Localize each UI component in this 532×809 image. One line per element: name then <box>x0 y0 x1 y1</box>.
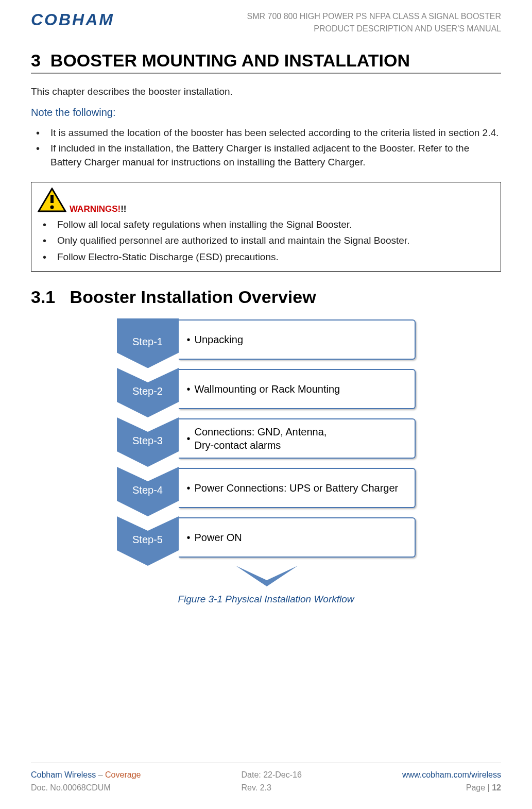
chevron-step-4: Step-4 <box>117 467 179 510</box>
workflow-step-4: Step-4 •Power Connections: UPS or Batter… <box>117 467 416 510</box>
footer-rev: 2.3 <box>260 783 271 792</box>
workflow-diagram: Step-1 •Unpacking Step-2 •Wallmounting o… <box>117 318 416 588</box>
doc-title-block: SMR 700 800 HIGH POWER PS NFPA CLASS A S… <box>247 10 502 35</box>
svg-marker-8 <box>236 566 298 586</box>
step-text-box: •Connections: GND, Antenna, Dry-contact … <box>179 418 416 459</box>
step-text-box: •Unpacking <box>179 319 416 360</box>
step-label: Step-5 <box>117 534 179 546</box>
step-label: Step-3 <box>117 435 179 447</box>
footer-date: 22-Dec-16 <box>263 770 302 779</box>
note-item: It is assumed the location of the booste… <box>33 126 501 140</box>
chevron-step-1: Step-1 <box>117 318 179 362</box>
footer-doc-no: 00068CDUM <box>63 783 110 792</box>
warning-item: Follow Electro-Static Discharge (ESD) pr… <box>40 250 494 264</box>
step-text: Power Connections: UPS or Battery Charge… <box>195 481 399 495</box>
footer-company: Cobham Wireless <box>31 770 96 779</box>
warning-item: Only qualified personnel are authorized … <box>40 233 494 248</box>
doc-title-line1: SMR 700 800 HIGH POWER PS NFPA CLASS A S… <box>247 10 502 23</box>
step-label: Step-2 <box>117 385 179 397</box>
step-text: Wallmounting or Rack Mounting <box>195 382 340 396</box>
step-text: Unpacking <box>195 333 244 346</box>
workflow-step-3: Step-3 •Connections: GND, Antenna, Dry-c… <box>117 417 416 461</box>
svg-point-2 <box>50 205 54 209</box>
section-number: 3 <box>31 50 41 70</box>
step-text-box: •Wallmounting or Rack Mounting <box>179 369 416 409</box>
footer-rule <box>31 763 501 763</box>
subsection-title: Booster Installation Overview <box>70 287 316 307</box>
chevron-step-2: Step-2 <box>117 368 179 411</box>
section-intro: This chapter describes the booster insta… <box>31 86 501 97</box>
footer-page-label: Page | <box>466 783 492 792</box>
footer-rev-label: Rev. <box>241 783 260 792</box>
figure-caption: Figure 3-1 Physical Installation Workflo… <box>31 594 501 605</box>
chevron-tail <box>236 566 298 588</box>
warning-label: WARNINGS! <box>70 204 121 214</box>
subsection-number: 3.1 <box>31 287 55 307</box>
section-underline <box>31 73 501 74</box>
section-title: BOOSTER MOUNTING AND INSTALLATION <box>50 50 410 70</box>
warning-exclaims: !! <box>121 204 126 214</box>
step-label: Step-1 <box>117 336 179 348</box>
footer-url: www.cobham.com/wireless <box>402 770 501 779</box>
note-item: If included in the installation, the Bat… <box>33 141 501 170</box>
warning-box: WARNINGS!!! Follow all local safety regu… <box>31 182 501 272</box>
step-label: Step-4 <box>117 484 179 496</box>
footer-dash: – <box>96 770 105 779</box>
subsection-heading: 3.1 Booster Installation Overview <box>31 287 501 307</box>
chevron-step-5: Step-5 <box>117 516 179 560</box>
footer-doc-label: Doc. No. <box>31 783 63 792</box>
doc-title-line2: PRODUCT DESCRIPTION AND USER'S MANUAL <box>247 23 502 35</box>
step-text-box: •Power Connections: UPS or Battery Charg… <box>179 468 416 508</box>
warning-list: Follow all local safety regulations when… <box>38 217 494 264</box>
step-text: Power ON <box>195 531 242 544</box>
page-footer: Cobham Wireless – Coverage Doc. No.00068… <box>31 763 501 795</box>
page-header: COBHAM SMR 700 800 HIGH POWER PS NFPA CL… <box>31 10 501 35</box>
step-text-box: •Power ON <box>179 517 416 558</box>
warning-header: WARNINGS!!! <box>38 188 494 214</box>
note-heading: Note the following: <box>31 107 501 119</box>
chevron-step-3: Step-3 <box>117 417 179 461</box>
warning-triangle-icon <box>38 188 66 214</box>
workflow-step-5: Step-5 •Power ON <box>117 516 416 560</box>
brand-logo: COBHAM <box>31 10 114 29</box>
workflow-step-2: Step-2 •Wallmounting or Rack Mounting <box>117 368 416 411</box>
workflow-step-1: Step-1 •Unpacking <box>117 318 416 362</box>
warning-item: Follow all local safety regulations when… <box>40 217 494 232</box>
footer-page-no: 12 <box>492 783 501 792</box>
footer-coverage: Coverage <box>105 770 141 779</box>
section-heading: 3 BOOSTER MOUNTING AND INSTALLATION <box>31 50 501 71</box>
svg-rect-1 <box>50 195 54 203</box>
footer-date-label: Date: <box>241 770 263 779</box>
note-list: It is assumed the location of the booste… <box>31 126 501 170</box>
step-text: Connections: GND, Antenna, Dry-contact a… <box>195 425 327 452</box>
